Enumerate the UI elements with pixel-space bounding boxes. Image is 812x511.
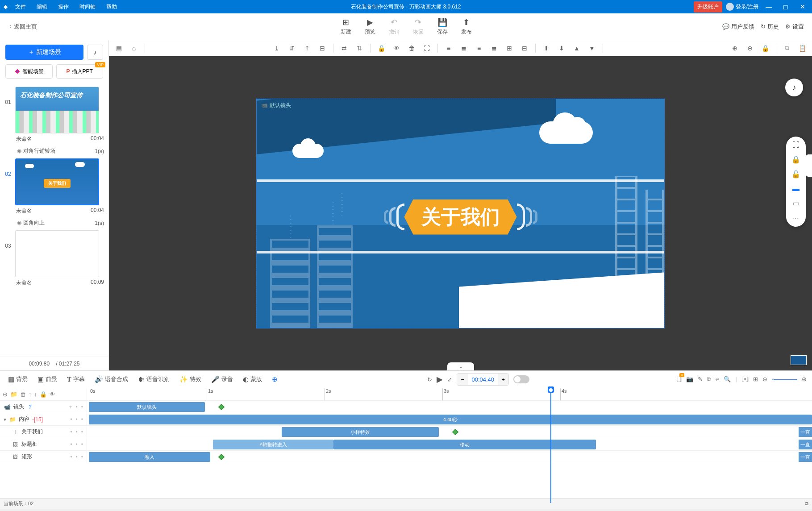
tab-mask[interactable]: ◐蒙版 <box>240 374 265 385</box>
tab-background[interactable]: ▦背景 <box>5 374 30 385</box>
camera-clip[interactable]: 默认镜头 <box>89 402 205 412</box>
lock-track-icon[interactable]: 🔒 <box>40 391 47 398</box>
timecode-icon[interactable]: ⟦•⟧ <box>741 376 749 383</box>
align-left-icon[interactable]: ≡ <box>442 42 455 54</box>
history-button[interactable]: ↻历史 <box>761 23 779 31</box>
layers-icon[interactable]: ▤ <box>112 42 125 54</box>
lock-open-icon[interactable]: 🔓 <box>791 170 800 179</box>
music-fab-button[interactable]: ♪ <box>785 79 803 96</box>
clip-end-marker[interactable]: 一直 <box>799 427 812 437</box>
clip-end-marker[interactable]: 一直 <box>799 452 812 462</box>
camera-capture-icon[interactable]: 📷 <box>686 376 693 383</box>
menu-file[interactable]: 文件 <box>11 0 30 13</box>
zoom-slider-handle-icon[interactable]: ◦———— <box>772 376 797 383</box>
upgrade-button[interactable]: 升级账户 <box>694 1 722 12</box>
scene-thumbnail[interactable]: 关于我们 <box>15 158 99 205</box>
more-icon[interactable]: ⋯ <box>792 214 800 222</box>
publish-action[interactable]: ⬆发布 <box>461 17 472 36</box>
scene-thumbnail[interactable] <box>15 230 99 277</box>
align-middle-icon[interactable]: ⇵ <box>286 42 298 54</box>
login-button[interactable]: 登录/注册 <box>726 3 758 11</box>
add-track-icon[interactable]: ⊕ <box>3 391 8 398</box>
merge-icon[interactable]: ⧉ <box>707 376 711 383</box>
align-right-icon[interactable]: ≡ <box>473 42 485 54</box>
status-collapse-icon[interactable]: ⧉ <box>805 501 808 507</box>
menu-action[interactable]: 操作 <box>54 0 73 13</box>
feedback-button[interactable]: 💬用户反馈 <box>722 23 754 31</box>
help-icon[interactable]: ? <box>29 404 32 410</box>
copy-icon[interactable]: ⧉ <box>781 42 793 54</box>
new-scene-button[interactable]: ＋新建场景 <box>5 45 83 60</box>
time-decrease-button[interactable]: − <box>457 374 468 385</box>
zoom-icon[interactable]: 🔍 <box>724 376 731 383</box>
fill-color-icon[interactable]: ▬ <box>792 185 800 193</box>
zoom-out-icon[interactable]: ⊖ <box>744 42 756 54</box>
ai-scene-button[interactable]: 智能场景 <box>5 64 53 79</box>
bring-forward-icon[interactable]: ▲ <box>570 42 583 54</box>
maximize-button[interactable]: ◻ <box>779 3 792 10</box>
align-bottom-icon[interactable]: ⤓ <box>271 42 283 54</box>
clip-end-marker[interactable]: 一直 <box>799 440 812 449</box>
home-icon[interactable]: ⌂ <box>128 42 140 54</box>
clip-move[interactable]: 移动 <box>333 440 596 449</box>
replay-icon[interactable]: ↻ <box>427 376 432 383</box>
expand-icon[interactable]: ⤢ <box>447 376 452 383</box>
eye-icon[interactable]: 👁 <box>390 42 403 54</box>
time-increase-button[interactable]: + <box>498 374 508 385</box>
scene-thumbnail[interactable]: 石化装备制作公司宣传 <box>15 87 99 133</box>
scene-music-button[interactable]: ♪ <box>87 45 103 60</box>
zoom-in-icon[interactable]: ⊕ <box>729 42 741 54</box>
filter-icon[interactable]: ⍾ <box>716 376 719 383</box>
scene-item[interactable]: 02 关于我们 未命名 00:04 <box>0 157 108 217</box>
new-action[interactable]: ⊞新建 <box>341 17 351 36</box>
align-top-icon[interactable]: ⤒ <box>301 42 313 54</box>
keyframe-diamond-icon[interactable] <box>218 404 225 410</box>
fullscreen-icon[interactable]: ⛶ <box>792 141 800 149</box>
clip-enter[interactable]: Y轴翻转进入 <box>213 440 333 449</box>
transition-row[interactable]: ◉圆角向上 1(s) <box>0 217 108 228</box>
crop-icon[interactable]: ⛶ <box>421 42 433 54</box>
time-ruler[interactable]: 0s 1s 2s 3s 4s <box>87 388 812 400</box>
move-up-icon[interactable]: ↑ <box>29 391 32 398</box>
tab-foreground[interactable]: ▣前景 <box>35 374 60 385</box>
distribute-h-icon[interactable]: ⊞ <box>503 42 516 54</box>
menu-timeline[interactable]: 时间轴 <box>75 0 100 13</box>
paste-icon[interactable]: 📋 <box>796 42 808 54</box>
scene-item[interactable]: 01 石化装备制作公司宣传 未命名 00:04 <box>0 85 108 145</box>
tab-effects[interactable]: ✨特效 <box>177 374 204 385</box>
undo-action[interactable]: ↶撤销 <box>389 17 400 36</box>
trash-icon[interactable]: 🗑 <box>405 42 418 54</box>
clip-effect[interactable]: 小样特效 <box>282 427 439 437</box>
title-badge[interactable]: 关于我们 <box>384 199 537 235</box>
insert-ppt-button[interactable]: P 插入PPT VIP <box>56 64 104 79</box>
distribute-v-icon[interactable]: ⊟ <box>518 42 531 54</box>
lock-closed-icon[interactable]: 🔒 <box>791 155 800 164</box>
edit-icon[interactable]: ✎ <box>698 376 703 383</box>
canvas-stage[interactable]: 📹默认镜头 关于我们 <box>256 99 665 328</box>
align-justify-icon[interactable]: ≣ <box>488 42 500 54</box>
align-center-icon[interactable]: ⊟ <box>316 42 329 54</box>
save-action[interactable]: 💾保存 <box>437 17 448 36</box>
tab-asr[interactable]: 🗣语音识别 <box>135 374 172 385</box>
zoom-out-timeline-icon[interactable]: ⊖ <box>762 376 767 383</box>
menu-help[interactable]: 帮助 <box>102 0 121 13</box>
clip-rollin[interactable]: 卷入 <box>89 452 210 462</box>
grid-icon[interactable]: ⊞ <box>753 376 758 383</box>
delete-track-icon[interactable]: 🗑 <box>20 391 26 398</box>
transition-row[interactable]: ◉对角行铺转场 1(s) <box>0 145 108 157</box>
tab-subtitle[interactable]: 𝐓字幕 <box>64 374 87 385</box>
keyframe-diamond-icon[interactable] <box>218 454 225 460</box>
back-home-button[interactable]: 〈 返回主页 <box>0 23 43 31</box>
flip-v-icon[interactable]: ⇅ <box>353 42 366 54</box>
minimap[interactable] <box>791 355 807 365</box>
keyframe-add-icon[interactable]: + <box>69 404 72 410</box>
keyframe-diamond-icon[interactable] <box>452 429 458 435</box>
flip-h-icon[interactable]: ⇄ <box>338 42 350 54</box>
screen-icon[interactable]: ▭ <box>793 199 800 208</box>
tab-tts[interactable]: 🔊语音合成 <box>92 374 131 385</box>
send-backward-icon[interactable]: ▼ <box>586 42 598 54</box>
close-button[interactable]: ✕ <box>796 3 809 10</box>
collapse-arrow-icon[interactable]: ▾ <box>4 416 6 423</box>
zoom-in-timeline-icon[interactable]: ⊕ <box>802 376 807 383</box>
collapse-handle[interactable]: ⌄ <box>447 362 474 370</box>
